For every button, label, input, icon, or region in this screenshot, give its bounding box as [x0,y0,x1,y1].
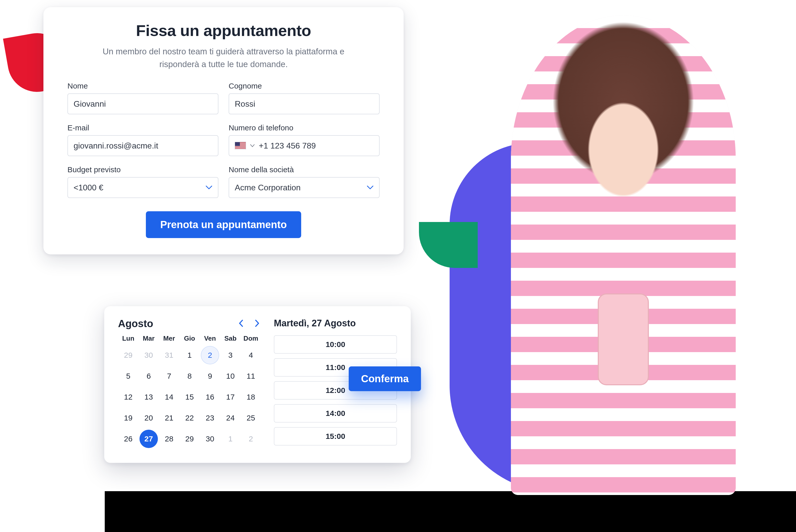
calendar-day: 29 [119,346,138,364]
timeslot-option[interactable]: 15:00 [274,427,397,445]
calendar-left: Agosto LunMarMerGioVenSabDom 29303112 [118,318,261,450]
calendar-day[interactable]: 2 [201,346,219,364]
field-budget: Budget previsto <1000 € [68,165,218,198]
calendar-day[interactable]: 17 [221,388,240,406]
timeslot-option[interactable]: 10:00 [274,335,397,354]
calendar-day[interactable]: 28 [160,430,178,448]
calendar-day[interactable]: 16 [201,388,219,406]
selected-date-label: Martedì, 27 Agosto [274,318,397,329]
calendar-day: 30 [140,346,158,364]
calendar-day[interactable]: 7 [160,367,178,385]
input-last-name-value: Rossi [235,99,255,109]
timeslots-panel: Martedì, 27 Agosto 10:0011:0012:0014:001… [274,318,397,450]
calendar-day[interactable]: 19 [119,409,138,427]
calendar-day[interactable]: 12 [119,388,138,406]
calendar-dow-label: Sab [220,335,241,342]
calendar-dow-label: Mar [139,335,159,342]
label-budget: Budget previsto [68,165,218,174]
calendar-dow-label: Mer [159,335,179,342]
input-first-name-value: Giovanni [74,99,106,109]
label-company: Nome della società [229,165,380,174]
calendar-day[interactable]: 26 [119,430,138,448]
label-first-name: Nome [68,82,218,90]
calendar-nav [237,318,261,329]
calendar-day[interactable]: 3 [221,346,240,364]
calendar-day: 31 [160,346,178,364]
select-budget-value: <1000 € [74,183,104,192]
calendar-day[interactable]: 9 [201,367,219,385]
calendar-day[interactable]: 22 [180,409,199,427]
calendar-day: 2 [242,430,260,448]
calendar-card: Agosto LunMarMerGioVenSabDom 29303112 [104,306,411,463]
select-company-value: Acme Corporation [235,183,301,192]
label-last-name: Cognome [229,82,380,90]
calendar-dow-label: Lun [118,335,139,342]
calendar-day[interactable]: 10 [221,367,240,385]
field-first-name: Nome Giovanni [68,82,218,114]
field-phone: Numero di telefono +1 123 456 789 [229,124,380,156]
timeslot-option[interactable]: 14:00 [274,404,397,422]
label-phone: Numero di telefono [229,124,380,132]
chevron-down-icon[interactable] [250,144,255,147]
input-first-name[interactable]: Giovanni [68,93,218,114]
calendar-day[interactable]: 18 [242,388,260,406]
form-title: Fissa un appuntamento [68,21,380,40]
prev-month-button[interactable] [237,318,245,329]
decorative-black-bar [105,491,796,532]
calendar-day[interactable]: 11 [242,367,260,385]
field-email: E-mail giovanni.rossi@acme.it [68,124,218,156]
chevron-down-icon [206,186,212,190]
chevron-down-icon [367,186,374,190]
form-subtitle: Un membro del nostro team ti guiderà att… [83,45,364,71]
calendar-day[interactable]: 5 [119,367,138,385]
calendar-day[interactable]: 30 [201,430,219,448]
flag-us-icon[interactable] [235,142,246,150]
calendar-dow-label: Dom [241,335,261,342]
hero-photo [511,15,736,495]
calendar-day[interactable]: 15 [180,388,199,406]
field-company: Nome della società Acme Corporation [229,165,380,198]
input-phone[interactable]: +1 123 456 789 [229,135,380,156]
calendar-day[interactable]: 4 [242,346,260,364]
calendar-day[interactable]: 27 [140,430,158,448]
calendar-day[interactable]: 8 [180,367,199,385]
next-month-button[interactable] [253,318,261,329]
label-email: E-mail [68,124,218,132]
calendar-day[interactable]: 23 [201,409,219,427]
calendar-dow-label: Ven [200,335,220,342]
person-illustration [511,15,736,495]
calendar-dow-row: LunMarMerGioVenSabDom [118,335,261,342]
phone-illustration [598,293,649,385]
calendar-day[interactable]: 21 [160,409,178,427]
calendar-day[interactable]: 14 [160,388,178,406]
calendar-month-label: Agosto [118,318,153,329]
decorative-green-blob [419,222,478,268]
input-email-value: giovanni.rossi@acme.it [74,141,158,151]
confirm-button[interactable]: Conferma [349,366,421,391]
calendar-day[interactable]: 6 [140,367,158,385]
select-company[interactable]: Acme Corporation [229,177,380,198]
calendar-dow-label: Gio [179,335,200,342]
appointment-form-card: Fissa un appuntamento Un membro del nost… [43,7,404,254]
calendar-day[interactable]: 1 [180,346,199,364]
calendar-day[interactable]: 24 [221,409,240,427]
input-email[interactable]: giovanni.rossi@acme.it [68,135,218,156]
submit-button[interactable]: Prenota un appuntamento [146,211,301,238]
select-budget[interactable]: <1000 € [68,177,218,198]
calendar-day[interactable]: 25 [242,409,260,427]
calendar-day[interactable]: 13 [140,388,158,406]
chevron-right-icon [254,324,259,328]
input-phone-value: +1 123 456 789 [259,141,316,151]
field-last-name: Cognome Rossi [229,82,380,114]
calendar-day[interactable]: 29 [180,430,199,448]
chevron-left-icon [239,324,244,328]
input-last-name[interactable]: Rossi [229,93,380,114]
calendar-day: 1 [221,430,240,448]
calendar-day[interactable]: 20 [140,409,158,427]
calendar-days-grid: 2930311234567891011121314151617181920212… [118,346,261,448]
